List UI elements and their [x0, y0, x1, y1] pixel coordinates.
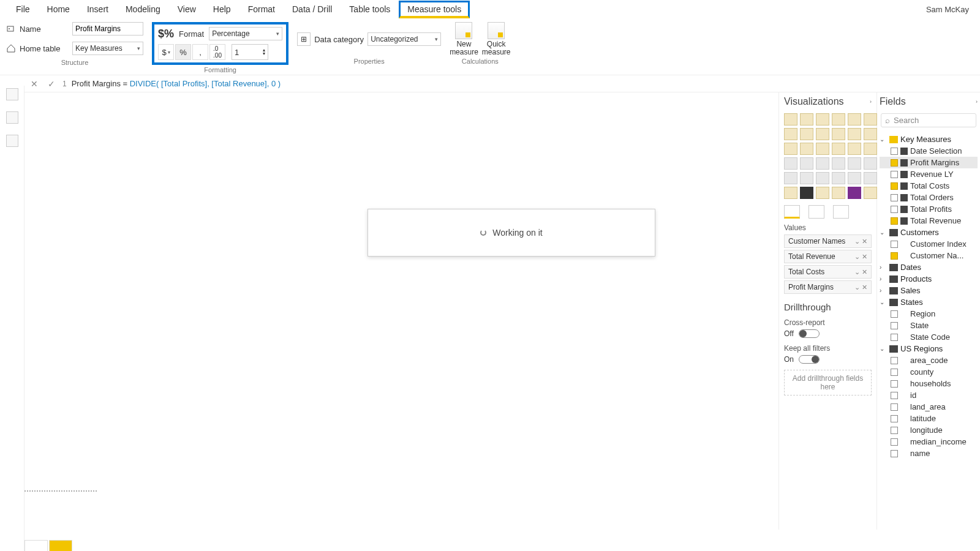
- collapse-pane-icon[interactable]: ›: [870, 99, 872, 105]
- table-node[interactable]: ⌄Customers: [880, 227, 978, 238]
- visual-type-icon[interactable]: [848, 143, 861, 155]
- field-item[interactable]: Revenue LY: [880, 168, 978, 180]
- cross-report-toggle[interactable]: [799, 329, 820, 338]
- visual-type-icon[interactable]: [800, 113, 813, 126]
- expand-icon[interactable]: ›: [880, 264, 887, 271]
- visual-type-icon[interactable]: [848, 187, 861, 199]
- visual-type-icon[interactable]: [784, 143, 797, 155]
- remove-field-icon[interactable]: ✕: [862, 238, 867, 245]
- field-well[interactable]: Profit Margins⌄ ✕: [784, 280, 872, 294]
- field-well[interactable]: Total Revenue⌄ ✕: [784, 250, 872, 263]
- field-checkbox[interactable]: [891, 310, 898, 318]
- report-view-button[interactable]: [6, 88, 18, 100]
- menu-measure-tools[interactable]: Measure tools: [399, 1, 470, 18]
- menu-modeling[interactable]: Modeling: [117, 1, 169, 18]
- model-view-button[interactable]: [6, 135, 18, 147]
- visual-type-icon[interactable]: [800, 172, 813, 184]
- visual-type-icon[interactable]: [832, 128, 845, 140]
- field-item[interactable]: id: [880, 389, 978, 401]
- format-tab[interactable]: [809, 205, 824, 219]
- menu-help[interactable]: Help: [205, 1, 239, 18]
- expand-icon[interactable]: ›: [880, 287, 887, 294]
- collapse-pane-icon[interactable]: ›: [976, 99, 978, 105]
- commit-formula-button[interactable]: ✓: [45, 78, 58, 90]
- visual-type-icon[interactable]: [864, 157, 877, 170]
- remove-field-icon[interactable]: ✕: [862, 268, 867, 276]
- decimal-button[interactable]: .0.00: [209, 44, 225, 60]
- visual-type-icon[interactable]: [816, 172, 829, 184]
- field-item[interactable]: State: [880, 320, 978, 331]
- field-item[interactable]: Total Costs: [880, 180, 978, 192]
- visual-type-icon[interactable]: [832, 187, 845, 199]
- visual-type-icon[interactable]: [800, 128, 813, 140]
- visual-type-icon[interactable]: [784, 113, 797, 126]
- visual-type-icon[interactable]: [800, 187, 813, 199]
- field-item[interactable]: name: [880, 448, 978, 459]
- field-item[interactable]: longitude: [880, 424, 978, 436]
- field-well[interactable]: Total Costs⌄ ✕: [784, 265, 872, 279]
- field-checkbox[interactable]: [891, 322, 898, 329]
- field-checkbox[interactable]: [891, 450, 898, 457]
- expand-icon[interactable]: ⌄: [880, 299, 887, 305]
- menu-table-tools[interactable]: Table tools: [341, 1, 399, 18]
- expand-icon[interactable]: ⌄: [880, 136, 887, 143]
- visual-type-icon[interactable]: [848, 128, 861, 140]
- field-checkbox[interactable]: [891, 334, 898, 341]
- visual-type-icon[interactable]: [816, 128, 829, 140]
- remove-field-icon[interactable]: ✕: [862, 283, 867, 291]
- visual-type-icon[interactable]: [832, 157, 845, 170]
- menu-home[interactable]: Home: [39, 1, 78, 18]
- page-tab-active[interactable]: [49, 540, 72, 551]
- currency-button[interactable]: $▾: [158, 44, 174, 60]
- visual-type-icon[interactable]: [864, 187, 877, 199]
- visual-type-icon[interactable]: [784, 187, 797, 199]
- visual-type-icon[interactable]: [816, 113, 829, 126]
- field-checkbox[interactable]: [891, 182, 898, 190]
- visual-type-icon[interactable]: [832, 113, 845, 126]
- field-checkbox[interactable]: [891, 171, 898, 178]
- visual-type-icon[interactable]: [864, 113, 877, 126]
- visual-type-icon[interactable]: [848, 113, 861, 126]
- table-node[interactable]: ›Sales: [880, 285, 978, 296]
- formula-text[interactable]: Profit Margins = DIVIDE( [Total Profits]…: [72, 79, 281, 88]
- field-checkbox[interactable]: [891, 392, 898, 399]
- table-node[interactable]: ›Dates: [880, 261, 978, 273]
- field-item[interactable]: Total Revenue: [880, 215, 978, 227]
- field-item[interactable]: State Code: [880, 331, 978, 343]
- page-tab[interactable]: [24, 540, 48, 551]
- field-checkbox[interactable]: [891, 241, 898, 248]
- visual-type-icon[interactable]: [784, 157, 797, 170]
- menu-insert[interactable]: Insert: [78, 1, 117, 18]
- visual-type-icon[interactable]: [800, 143, 813, 155]
- field-item[interactable]: latitude: [880, 413, 978, 424]
- menu-format[interactable]: Format: [239, 1, 284, 18]
- field-item[interactable]: median_income: [880, 436, 978, 448]
- field-checkbox[interactable]: [891, 415, 898, 422]
- field-item[interactable]: Date Selection: [880, 145, 978, 157]
- fields-tab[interactable]: [784, 205, 800, 219]
- analytics-tab[interactable]: [833, 205, 849, 219]
- chevron-down-icon[interactable]: ⌄: [854, 238, 860, 245]
- new-measure-button[interactable]: Newmeasure: [450, 22, 478, 56]
- visual-type-icon[interactable]: [864, 172, 877, 184]
- field-item[interactable]: Total Orders: [880, 192, 978, 203]
- measure-name-input[interactable]: [72, 22, 143, 36]
- field-checkbox[interactable]: [891, 194, 898, 201]
- visual-type-icon[interactable]: [816, 143, 829, 155]
- cancel-formula-button[interactable]: ✕: [28, 78, 40, 90]
- visual-type-icon[interactable]: [848, 172, 861, 184]
- table-node[interactable]: ⌄States: [880, 296, 978, 308]
- menu-view[interactable]: View: [169, 1, 205, 18]
- field-item[interactable]: area_code: [880, 354, 978, 366]
- chevron-down-icon[interactable]: ⌄: [854, 253, 860, 260]
- drillthrough-drop-area[interactable]: Add drillthrough fields here: [784, 370, 872, 395]
- field-item[interactable]: households: [880, 378, 978, 389]
- field-checkbox[interactable]: [891, 357, 898, 364]
- expand-icon[interactable]: ›: [880, 276, 887, 282]
- table-node[interactable]: ⌄US Regions: [880, 343, 978, 354]
- field-checkbox[interactable]: [891, 252, 898, 260]
- visual-type-icon[interactable]: [784, 128, 797, 140]
- menu-file[interactable]: File: [7, 1, 39, 18]
- visual-type-icon[interactable]: [800, 157, 813, 170]
- field-checkbox[interactable]: [891, 427, 898, 434]
